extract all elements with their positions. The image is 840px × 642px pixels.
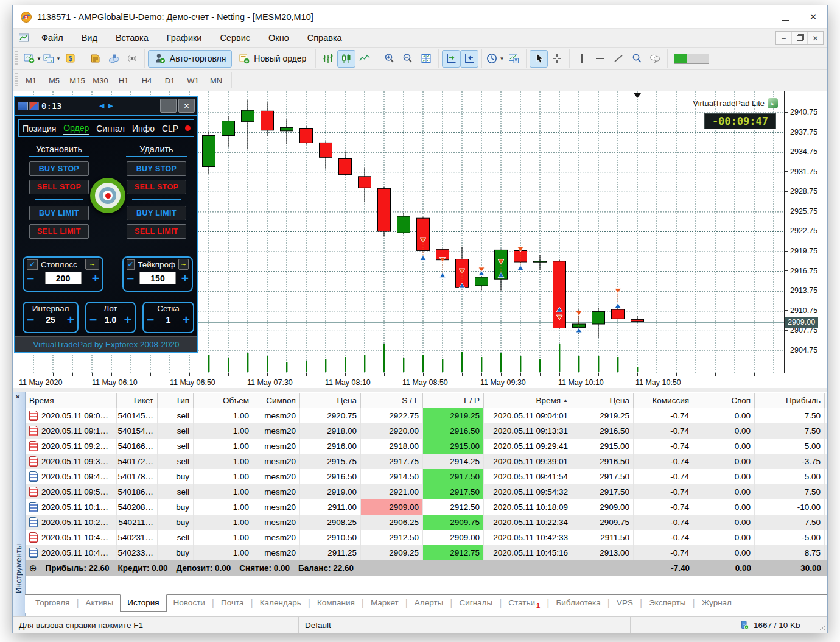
zoom-out[interactable] (399, 51, 416, 67)
tfbar-grip[interactable] (15, 73, 18, 88)
tradepad-tab-2[interactable]: Ордер (63, 122, 89, 135)
candles-view[interactable] (338, 51, 355, 67)
timeframe-h1[interactable]: H1 (112, 76, 135, 85)
tab-1[interactable]: Торговля (29, 595, 76, 611)
column-header-4[interactable]: Символ (253, 393, 300, 408)
interval-plus-button[interactable]: + (67, 315, 74, 325)
set-buy-limit-button[interactable]: BUY LIMIT (29, 206, 89, 220)
magnifier-tool[interactable] (628, 51, 645, 67)
history-row[interactable]: 2020.05.11 09:0…540145…sell1.00mesm20292… (26, 408, 827, 423)
tab-12[interactable]: Библиотека (549, 595, 607, 611)
tab-5[interactable]: Почта (214, 595, 251, 611)
signals-service[interactable] (124, 51, 141, 67)
column-header-8[interactable]: Время▲ (484, 393, 572, 408)
column-header-11[interactable]: Своп (693, 393, 755, 408)
templates-menu[interactable] (505, 51, 522, 67)
menu-item-6[interactable]: Справка (298, 29, 351, 47)
hline-tool[interactable] (592, 51, 609, 67)
lot-plus-button[interactable]: + (124, 315, 131, 325)
lot-value[interactable]: 1.0 (105, 315, 116, 325)
trendline-tool[interactable] (610, 51, 627, 67)
tab-8[interactable]: Маркет (364, 595, 405, 611)
chart-profiles[interactable]: ▼ (43, 51, 61, 67)
line-view[interactable] (356, 51, 373, 67)
timeframe-m15[interactable]: M15 (66, 76, 89, 85)
column-header-2[interactable]: Тип (158, 393, 194, 408)
history-row[interactable]: 2020.05.11 10:4…540231…sell1.00mesm20291… (26, 530, 827, 545)
history-row[interactable]: 2020.05.11 09:5…540186…sell1.00mesm20291… (26, 484, 827, 499)
tradepad-next-arrow[interactable]: ▶ (108, 102, 116, 109)
takeprofit-value[interactable]: 150 (139, 272, 176, 284)
column-header-9[interactable]: Цена (572, 393, 634, 408)
menu-item-2[interactable]: Вставка (107, 29, 158, 47)
delete-sell-stop-button[interactable]: SELL STOP (127, 180, 186, 194)
history-row[interactable]: 2020.05.11 10:4…540233…buy1.00mesm202911… (26, 545, 827, 560)
cursor-tool[interactable] (530, 51, 547, 67)
column-header-12[interactable]: Прибыль (755, 393, 825, 408)
tab-2[interactable]: Активы (79, 595, 121, 611)
timeframe-m1[interactable]: M1 (19, 76, 43, 85)
column-header-0[interactable]: Время (26, 393, 117, 408)
history-row[interactable]: 2020.05.11 10:1…540208…buy1.00mesm202911… (26, 499, 827, 515)
interval-value[interactable]: 25 (46, 315, 55, 325)
tradepad-tab-5[interactable]: CLP (161, 122, 179, 135)
history-row[interactable]: 2020.05.11 09:4…540178…buy1.00mesm202916… (26, 469, 827, 484)
stoploss-minus-button[interactable]: − (27, 273, 34, 283)
timeframe-m30[interactable]: M30 (89, 76, 112, 85)
tab-14[interactable]: Эксперты (642, 595, 692, 611)
grid-minus-button[interactable]: − (147, 315, 154, 325)
new-chart[interactable]: ▼ (23, 51, 41, 67)
toolbox-close-icon[interactable]: ✕ (15, 393, 20, 400)
tab-7[interactable]: Компания (310, 595, 362, 611)
column-header-5[interactable]: Цена (300, 393, 361, 408)
menu-item-1[interactable]: Вид (72, 29, 107, 47)
tab-4[interactable]: Новости (167, 595, 212, 611)
column-header-3[interactable]: Объем (194, 393, 253, 408)
tab-11[interactable]: Статьи1 (502, 595, 547, 613)
history-row[interactable]: 2020.05.11 09:3…540172…sell1.00mesm20291… (26, 454, 827, 469)
expand-icon[interactable]: ⊕ (29, 563, 37, 574)
status-profile[interactable]: Default (299, 617, 402, 633)
column-header-7[interactable]: T / P (423, 393, 484, 408)
grid-value[interactable]: 1 (166, 315, 171, 325)
crosshair-tool[interactable] (548, 51, 565, 67)
history-center[interactable] (87, 51, 104, 67)
menu-item-5[interactable]: Окно (259, 29, 298, 47)
history-table-header[interactable]: ВремяТикетТипОбъемСимволЦенаS / LT / PВр… (26, 393, 827, 408)
new-order[interactable]: Новый ордер (233, 51, 312, 67)
set-sell-stop-button[interactable]: SELL STOP (29, 180, 89, 194)
zoom-in[interactable] (381, 51, 398, 67)
set-sell-limit-button[interactable]: SELL LIMIT (29, 224, 89, 239)
timeframe-d1[interactable]: D1 (158, 76, 181, 85)
stoploss-value[interactable]: 200 (45, 272, 82, 284)
tradepad-tab-1[interactable]: Позиция (22, 122, 57, 135)
timeframe-mn[interactable]: MN (205, 76, 228, 85)
mdi-restore-button[interactable] (791, 32, 807, 44)
autotrade-toggle[interactable]: Авто-торговля (149, 51, 231, 67)
takeprofit-trailing-icon[interactable]: ~ (178, 259, 189, 270)
tradepad-tab-3[interactable]: Сигнал (96, 122, 125, 135)
history-row[interactable]: 2020.05.11 09:1…540154…sell1.00mesm20291… (26, 423, 827, 439)
history-row[interactable]: 2020.05.11 10:2…540211…buy1.00mesm202908… (26, 515, 827, 530)
column-header-1[interactable]: Тикет (117, 393, 158, 408)
timeframe-w1[interactable]: W1 (181, 76, 205, 85)
bars-view[interactable] (320, 51, 337, 67)
cloud-storage[interactable] (105, 51, 122, 67)
tab-9[interactable]: Алерты (408, 595, 450, 611)
lot-minus-button[interactable]: − (89, 315, 97, 325)
takeprofit-plus-button[interactable]: + (181, 273, 189, 283)
delete-buy-limit-button[interactable]: BUY LIMIT (127, 206, 186, 220)
column-header-10[interactable]: Комиссия (634, 393, 693, 408)
mdi-close-button[interactable]: ✕ (807, 32, 823, 44)
tab-13[interactable]: VPS (610, 595, 640, 611)
timeframe-m5[interactable]: M5 (43, 76, 66, 85)
tradepad-header[interactable]: 0:13 ◀▶ _ ✕ (15, 97, 197, 116)
tile-windows[interactable] (418, 51, 435, 67)
timeframes-menu[interactable]: ▼ (486, 51, 504, 67)
tradepad-tab-4[interactable]: Инфо (131, 122, 155, 135)
toolbox-strip[interactable]: ✕ Инструменты (13, 392, 26, 616)
timeframe-h4[interactable]: H4 (135, 76, 158, 85)
interval-minus-button[interactable]: − (27, 315, 34, 325)
window-maximize-button[interactable] (771, 5, 799, 28)
tab-15[interactable]: Журнал (695, 595, 738, 611)
